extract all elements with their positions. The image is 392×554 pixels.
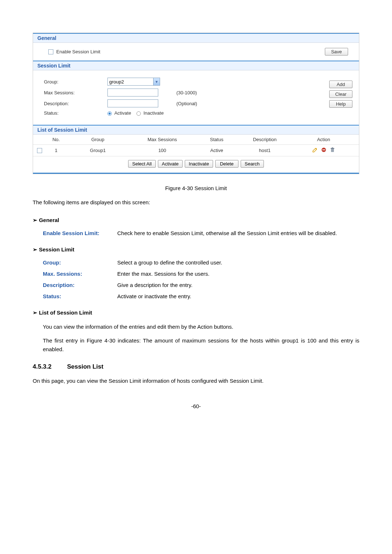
subsection-number: 4.5.3.2 bbox=[33, 363, 65, 370]
add-button[interactable]: Add bbox=[329, 81, 352, 88]
desc-description: Give a description for the entry. bbox=[117, 282, 359, 288]
status-inactivate-radio[interactable] bbox=[136, 111, 141, 116]
list-section-header: List of Session Limit bbox=[33, 125, 359, 135]
col-action: Action bbox=[291, 137, 356, 142]
subsection-title: Session List bbox=[67, 363, 103, 370]
table-header: No. Group Max Sessions Status Descriptio… bbox=[33, 135, 359, 145]
cell-desc: host1 bbox=[238, 148, 291, 153]
col-desc: Description bbox=[238, 137, 291, 142]
max-sessions-input[interactable] bbox=[107, 89, 158, 97]
term-status: Status: bbox=[43, 293, 117, 299]
status-activate-radio[interactable] bbox=[107, 111, 112, 116]
term-description: Description: bbox=[43, 282, 117, 288]
delete-icon[interactable] bbox=[330, 147, 335, 153]
help-button[interactable]: Help bbox=[329, 100, 352, 108]
list-paragraph-2: The first entry in Figure 4-30 indicates… bbox=[43, 336, 359, 354]
cell-group: Group1 bbox=[66, 148, 130, 153]
status-label: Status: bbox=[44, 110, 107, 116]
status-activate-label: Activate bbox=[114, 110, 131, 116]
description-input[interactable] bbox=[107, 99, 158, 107]
disable-icon[interactable] bbox=[321, 147, 327, 153]
cell-no: 1 bbox=[46, 148, 66, 153]
clear-button[interactable]: Clear bbox=[329, 90, 352, 98]
term-maxsessions: Max. Sessions: bbox=[43, 271, 117, 277]
subsection-heading: 4.5.3.2 Session List bbox=[33, 363, 359, 370]
col-group: Group bbox=[66, 137, 130, 142]
table-row: 1 Group1 100 Active host1 bbox=[33, 145, 359, 156]
group-label: Group: bbox=[44, 79, 107, 85]
general-section-header: General bbox=[33, 33, 359, 43]
save-button[interactable]: Save bbox=[325, 48, 348, 56]
term-enable-session-limit: Enable Session Limit: bbox=[43, 230, 117, 236]
session-limit-figure: General Enable Session Limit Save Sessio… bbox=[33, 33, 359, 174]
col-status: Status bbox=[195, 137, 238, 142]
enable-session-limit-label: Enable Session Limit bbox=[56, 49, 100, 54]
term-group: Group: bbox=[43, 259, 117, 266]
cell-status: Active bbox=[195, 148, 238, 153]
row-checkbox[interactable] bbox=[37, 148, 42, 153]
session-limit-section-header: Session Limit bbox=[33, 61, 359, 70]
description-label: Description: bbox=[44, 101, 107, 106]
search-button[interactable]: Search bbox=[241, 160, 264, 168]
cell-max: 100 bbox=[130, 148, 195, 153]
figure-caption: Figure 4-30 Session Limit bbox=[33, 185, 359, 191]
col-no: No. bbox=[46, 137, 66, 142]
group-select[interactable]: group2 bbox=[107, 78, 160, 86]
desc-maxsessions: Enter the max. Sessions for the users. bbox=[117, 271, 359, 277]
section-session-limit-heading: Session Limit bbox=[33, 246, 359, 253]
desc-status: Activate or inactivate the entry. bbox=[117, 293, 359, 299]
section-list-heading: List of Session Limit bbox=[33, 309, 359, 316]
status-inactivate-label: Inactivate bbox=[143, 110, 164, 116]
desc-group: Select a group to define the controlled … bbox=[117, 259, 359, 266]
list-paragraph-1: You can view the information of the entr… bbox=[43, 323, 359, 331]
subsection-paragraph: On this page, you can view the Session L… bbox=[33, 377, 359, 385]
page-number: -60- bbox=[33, 403, 359, 409]
activate-button[interactable]: Activate bbox=[158, 160, 183, 168]
inactivate-button[interactable]: Inactivate bbox=[185, 160, 213, 168]
enable-session-limit-checkbox[interactable] bbox=[48, 49, 53, 54]
select-all-button[interactable]: Select All bbox=[128, 160, 155, 168]
delete-button[interactable]: Delete bbox=[215, 160, 238, 168]
max-sessions-label: Max Sessions: bbox=[44, 90, 107, 95]
svg-rect-3 bbox=[332, 148, 333, 148]
col-max: Max Sessions bbox=[130, 137, 195, 142]
description-hint: (Optional) bbox=[176, 101, 231, 106]
section-general-heading: General bbox=[33, 217, 359, 223]
desc-enable-session-limit: Check here to enable Session Limit, othe… bbox=[117, 230, 359, 236]
edit-icon[interactable] bbox=[312, 147, 318, 153]
chevron-down-icon: ▼ bbox=[153, 78, 160, 85]
max-sessions-hint: (30-1000) bbox=[176, 90, 231, 95]
svg-rect-1 bbox=[322, 149, 325, 150]
intro-paragraph: The following items are displayed on thi… bbox=[33, 198, 359, 207]
